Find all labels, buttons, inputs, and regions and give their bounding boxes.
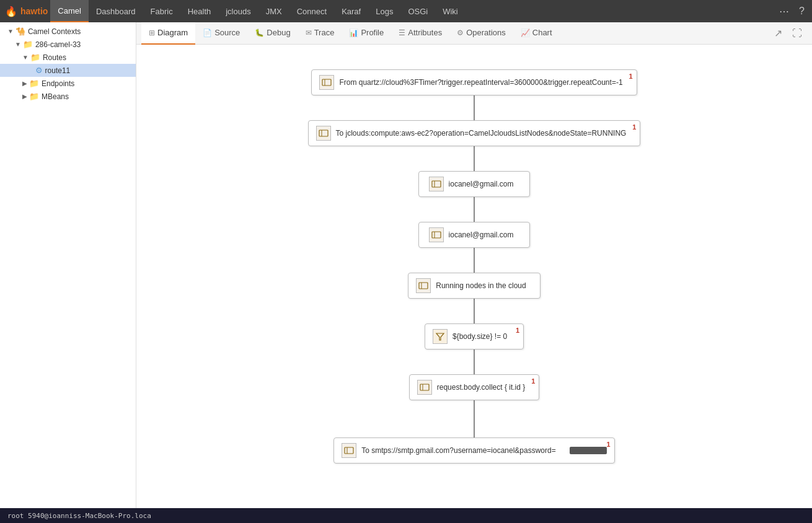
main-area: ▼ 🐪 Camel Contexts ▼ 📁 286-camel-33 ▼ 📁 …	[0, 22, 812, 508]
tab-trace[interactable]: ✉ Trace	[298, 22, 342, 45]
sidebar-item-camel-contexts[interactable]: ▼ 🐪 Camel Contexts	[0, 25, 136, 38]
connector-4	[474, 248, 475, 273]
node-from-text: From quartz://cloud%3FTimer?trigger.repe…	[339, 78, 629, 87]
nav-wiki[interactable]: Wiki	[435, 0, 466, 22]
nav-camel[interactable]: Camel	[50, 0, 89, 22]
node-to-smtp-container: To smtps://smtp.gmail.com?username=iocan…	[333, 437, 614, 464]
node-to-smtp-text: To smtps://smtp.gmail.com?username=iocan…	[361, 446, 562, 455]
node-filter-badge: 1	[516, 327, 519, 334]
svg-rect-8	[419, 283, 428, 289]
diagram-canvas[interactable]: From quartz://cloud%3FTimer?trigger.repe…	[136, 45, 812, 508]
nav-logs[interactable]: Logs	[368, 0, 400, 22]
svg-rect-4	[432, 181, 441, 187]
node-process2-icon	[429, 227, 444, 242]
sidebar-item-mbeans[interactable]: ▶ 📁 MBeans	[0, 90, 136, 103]
fullscreen-btn[interactable]: ⛶	[787, 25, 807, 42]
node-to-smtp-badge: 1	[607, 441, 611, 448]
svg-rect-11	[420, 384, 429, 390]
toggle-route11	[30, 67, 33, 74]
logo-icon: 🔥	[5, 6, 17, 17]
tab-chart[interactable]: 📈 Chart	[513, 22, 560, 45]
svg-marker-10	[436, 333, 444, 340]
tab-profile-label: Profile	[361, 28, 384, 37]
nav-jmx[interactable]: JMX	[258, 0, 289, 22]
node-from-badge: 1	[629, 73, 632, 80]
nav-dashboard[interactable]: Dashboard	[89, 0, 143, 22]
sidebar-label-routes: Routes	[43, 53, 66, 62]
nav-connect[interactable]: Connect	[289, 0, 334, 22]
node-to-jclouds-text: To jclouds:compute:aws-ec2?operation=Cam…	[336, 129, 633, 138]
node-process2[interactable]: iocanel@gmail.com	[418, 222, 530, 248]
nav-health[interactable]: Health	[180, 0, 219, 22]
node-process4[interactable]: request.body.collect { it.id } 1	[409, 374, 540, 400]
route-icon: ⚙	[35, 66, 43, 75]
svg-rect-2	[319, 130, 328, 136]
tab-debug[interactable]: 🐛 Debug	[247, 22, 298, 45]
node-process3-icon	[416, 278, 431, 293]
node-process3-container: Running nodes in the cloud	[408, 273, 540, 323]
diagram-tab-icon: ⊞	[149, 29, 155, 37]
tabs-bar: ⊞ Diagram 📄 Source 🐛 Debug ✉ Trace 📊 Pro…	[136, 22, 812, 45]
node-process1-container: iocanel@gmail.com	[418, 171, 530, 222]
nav-osgi[interactable]: OSGi	[400, 0, 435, 22]
node-to-jclouds[interactable]: To jclouds:compute:aws-ec2?operation=Cam…	[308, 120, 641, 146]
top-navigation: 🔥 hawtio Camel Dashboard Fabric Health j…	[0, 0, 812, 22]
node-filter-icon	[433, 329, 448, 344]
logo-text: hawtio	[20, 6, 48, 16]
sidebar-item-286-camel-33[interactable]: ▼ 📁 286-camel-33	[0, 38, 136, 51]
node-filter[interactable]: ${body.size} != 0 1	[425, 323, 524, 349]
tab-diagram[interactable]: ⊞ Diagram	[141, 22, 195, 45]
sidebar-item-route11[interactable]: ⚙ route11	[0, 64, 136, 77]
node-process1[interactable]: iocanel@gmail.com	[418, 171, 530, 197]
share-diagram-btn[interactable]: ↗	[769, 25, 787, 42]
tab-debug-label: Debug	[267, 28, 290, 37]
folder-icon-routes: 📁	[30, 53, 40, 62]
node-to-smtp[interactable]: To smtps://smtp.gmail.com?username=iocan…	[333, 437, 614, 464]
node-process4-container: request.body.collect { it.id } 1	[409, 374, 540, 437]
tab-attributes-label: Attributes	[408, 28, 442, 37]
tab-source-label: Source	[214, 28, 240, 37]
tab-diagram-label: Diagram	[157, 28, 188, 37]
tab-operations[interactable]: ⚙ Operations	[449, 22, 513, 45]
toggle-286-camel-33: ▼	[15, 41, 21, 48]
connector-6	[474, 349, 475, 374]
help-icon[interactable]: ?	[797, 3, 807, 20]
sidebar-label-endpoints: Endpoints	[42, 79, 74, 88]
folder-icon-endpoints: 📁	[29, 79, 39, 88]
source-tab-icon: 📄	[203, 29, 212, 37]
node-process3[interactable]: Running nodes in the cloud	[408, 273, 540, 299]
debug-tab-icon: 🐛	[255, 29, 264, 37]
node-smtp-redacted	[570, 447, 607, 454]
nav-karaf[interactable]: Karaf	[334, 0, 368, 22]
tab-source[interactable]: 📄 Source	[195, 22, 247, 45]
nav-jclouds[interactable]: jclouds	[218, 0, 258, 22]
terminal-bar: root 5940@ioanniss-MacBook-Pro.loca	[0, 508, 812, 523]
node-process4-text: request.body.collect { it.id }	[437, 383, 532, 392]
tab-operations-label: Operations	[466, 28, 506, 37]
diagram-content: From quartz://cloud%3FTimer?trigger.repe…	[149, 57, 800, 508]
sidebar-item-endpoints[interactable]: ▶ 📁 Endpoints	[0, 77, 136, 90]
nav-fabric[interactable]: Fabric	[143, 0, 180, 22]
sidebar: ▼ 🐪 Camel Contexts ▼ 📁 286-camel-33 ▼ 📁 …	[0, 22, 136, 508]
node-process2-container: iocanel@gmail.com	[418, 222, 530, 273]
app-logo: 🔥 hawtio	[5, 6, 48, 17]
node-process3-text: Running nodes in the cloud	[436, 281, 532, 290]
tab-profile[interactable]: 📊 Profile	[342, 22, 391, 45]
sidebar-item-routes[interactable]: ▼ 📁 Routes	[0, 51, 136, 64]
sidebar-label-camel-contexts: Camel Contexts	[28, 27, 81, 36]
node-filter-container: ${body.size} != 0 1	[425, 323, 524, 374]
nav-icon-group: ⋯ ?	[777, 3, 807, 20]
folder-icon-286: 📁	[23, 40, 33, 49]
sidebar-label-286: 286-camel-33	[35, 40, 81, 49]
attributes-tab-icon: ☰	[399, 29, 405, 37]
folder-icon-mbeans: 📁	[29, 92, 39, 101]
node-from[interactable]: From quartz://cloud%3FTimer?trigger.repe…	[311, 69, 637, 95]
sidebar-label-mbeans: MBeans	[42, 92, 69, 101]
share-icon[interactable]: ⋯	[777, 3, 792, 20]
node-to-jclouds-icon	[316, 126, 331, 141]
node-process4-badge: 1	[531, 377, 535, 385]
tab-chart-label: Chart	[532, 28, 552, 37]
tab-attributes[interactable]: ☰ Attributes	[391, 22, 449, 45]
toggle-endpoints: ▶	[22, 80, 27, 87]
node-to-jclouds-badge: 1	[632, 123, 636, 131]
